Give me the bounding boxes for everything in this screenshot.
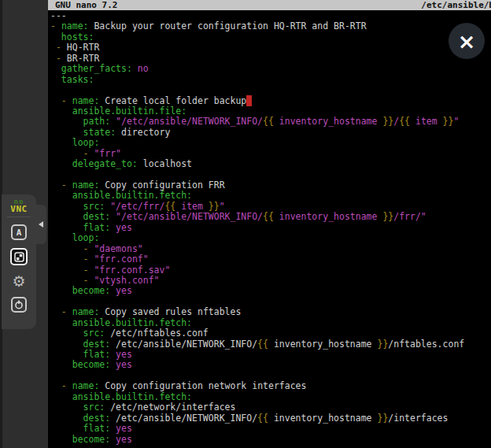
code-segment xyxy=(50,349,83,360)
code-segment: }} xyxy=(382,116,393,127)
code-segment xyxy=(56,20,61,31)
code-segment: }} xyxy=(443,116,454,127)
code-segment xyxy=(50,359,72,370)
editor-line: ansible.builtin.file: xyxy=(50,106,491,117)
code-segment: " xyxy=(453,116,459,127)
code-segment xyxy=(132,63,138,74)
code-segment: - xyxy=(56,53,61,64)
code-segment: src: xyxy=(83,328,105,339)
code-segment: inventory_hostname xyxy=(268,339,377,350)
vnc-viewport: { "titlebar": { "app_title": "GNU nano 7… xyxy=(0,0,491,448)
terminal-window[interactable]: GNU nano 7.2 /etc/ansible/b ---- name: B… xyxy=(48,0,491,448)
editor-line: flat: yes xyxy=(50,424,491,434)
code-segment: }} xyxy=(377,413,388,424)
code-segment: yes xyxy=(116,222,132,233)
code-segment: yes xyxy=(116,349,132,360)
code-segment: src: xyxy=(83,201,105,212)
code-segment: Backup your router configuration HQ-RTR … xyxy=(89,20,367,31)
code-segment: become: xyxy=(72,359,110,370)
code-segment: flat: xyxy=(83,222,111,233)
editor-line: become: yes xyxy=(50,360,491,370)
code-segment: yes xyxy=(116,434,132,445)
settings-button[interactable]: ⚙ xyxy=(11,273,27,289)
code-segment xyxy=(50,306,61,317)
code-segment: {{ xyxy=(263,116,274,127)
code-segment: - xyxy=(50,20,56,31)
editor-line: dest: "/etc/ansible/NETWORK_INFO/{{ inve… xyxy=(50,212,491,222)
code-segment xyxy=(50,339,83,350)
code-segment: - xyxy=(61,95,67,106)
nano-file-path: /etc/ansible/b xyxy=(421,0,491,10)
code-segment: {{ xyxy=(257,339,268,350)
close-button[interactable]: × xyxy=(449,23,485,59)
code-segment: /interfaces xyxy=(388,413,448,424)
code-segment: BR-RTR xyxy=(61,53,99,64)
code-segment: name: xyxy=(72,95,100,106)
code-segment xyxy=(50,148,83,159)
code-segment xyxy=(50,127,83,138)
code-segment: no xyxy=(138,63,149,74)
power-icon xyxy=(14,300,24,309)
code-segment: ansible.builtin.fetch: xyxy=(72,391,192,402)
code-segment xyxy=(50,211,83,222)
editor-line: hosts: xyxy=(50,32,491,43)
code-segment xyxy=(50,232,72,243)
code-segment: yes xyxy=(116,285,132,296)
fullscreen-button[interactable] xyxy=(10,248,28,265)
code-segment: gather_facts: xyxy=(61,63,132,74)
code-segment: delegate_to: xyxy=(72,158,138,169)
code-segment: /etc/ansible/NETWORK_INFO/ xyxy=(110,339,257,350)
text-cursor xyxy=(246,95,252,106)
code-segment xyxy=(50,201,83,212)
code-segment xyxy=(50,285,72,296)
code-segment: Copy configuration FRR xyxy=(99,180,224,191)
editor-line: - "vtysh.conf" xyxy=(50,276,491,286)
code-segment: flat: xyxy=(83,423,111,434)
code-segment xyxy=(50,391,72,402)
editor-line xyxy=(50,297,491,307)
code-segment: "vtysh.conf" xyxy=(94,275,159,286)
code-segment: - xyxy=(56,42,61,53)
code-segment xyxy=(50,222,83,233)
close-icon: × xyxy=(458,29,476,54)
code-segment: name: xyxy=(72,306,100,317)
code-segment xyxy=(50,423,83,434)
editor-line: flat: yes xyxy=(50,350,491,360)
code-segment: ansible.builtin.fetch: xyxy=(72,317,192,328)
collapse-arrow-icon xyxy=(39,221,43,228)
editor-content[interactable]: ---- name: Backup your router configurat… xyxy=(48,10,491,445)
panel-handle[interactable] xyxy=(35,205,46,244)
editor-line: - "frr.conf.sav" xyxy=(50,265,491,276)
editor-line: ansible.builtin.fetch: xyxy=(50,191,491,201)
code-segment: /frr/" xyxy=(393,211,426,222)
editor-line xyxy=(50,170,491,180)
code-segment: Copy configuration network interfaces xyxy=(99,380,306,391)
code-segment: --- xyxy=(50,10,67,21)
code-segment xyxy=(50,95,61,106)
code-segment: /etc/network/interfaces xyxy=(105,402,235,413)
editor-line: - name: Copy configuration network inter… xyxy=(50,381,491,391)
nano-titlebar: GNU nano 7.2 /etc/ansible/b xyxy=(48,0,491,10)
editor-line: - HQ-RTR xyxy=(50,43,491,53)
extra-keys-button[interactable]: A xyxy=(11,224,27,240)
code-segment xyxy=(50,116,83,127)
code-segment: yes xyxy=(116,423,132,434)
code-segment xyxy=(50,328,83,339)
code-segment: src: xyxy=(83,402,105,413)
editor-line: become: yes xyxy=(50,286,491,296)
editor-line: state: directory xyxy=(50,128,491,138)
power-button[interactable] xyxy=(11,297,27,313)
code-segment xyxy=(50,254,83,265)
code-segment: "daemons" xyxy=(94,243,142,254)
code-segment: Create local folder backup xyxy=(99,95,246,106)
code-segment: path: xyxy=(83,116,111,127)
editor-line: src: /etc/network/interfaces xyxy=(50,402,491,413)
novnc-logo-bottom: VNC xyxy=(2,205,36,213)
code-segment: - xyxy=(61,380,67,391)
code-segment: /nftables.conf xyxy=(388,339,464,350)
editor-line: - "frr" xyxy=(50,149,491,159)
keyboard-a-icon: A xyxy=(17,228,22,238)
editor-line: dest: /etc/ansible/NETWORK_INFO/{{ inven… xyxy=(50,339,491,350)
code-segment: {{ xyxy=(257,413,268,424)
code-segment: name: xyxy=(72,180,100,191)
